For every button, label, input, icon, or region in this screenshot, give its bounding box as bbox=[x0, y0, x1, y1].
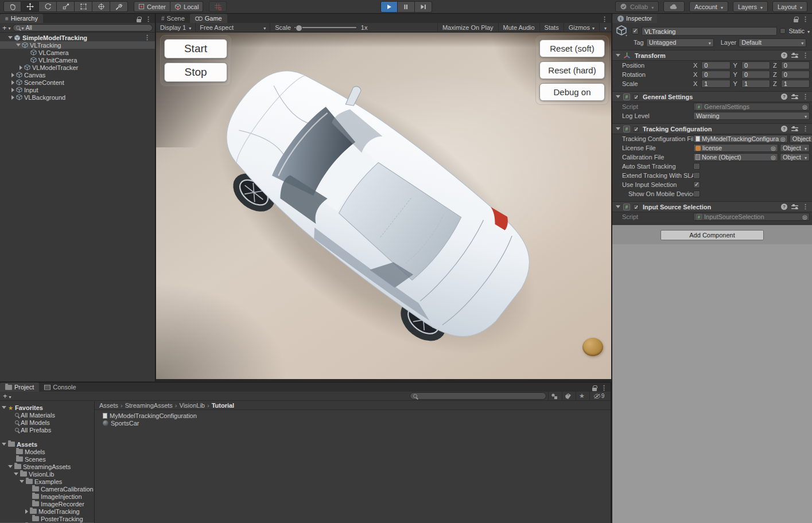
move-tool-button[interactable] bbox=[21, 1, 39, 12]
scale-x-field[interactable]: 1 bbox=[701, 80, 730, 88]
object-picker-icon[interactable] bbox=[771, 154, 776, 161]
rotation-y-field[interactable]: 0 bbox=[741, 71, 770, 79]
transform-tool-button[interactable] bbox=[92, 1, 110, 12]
tree-row-visionlib[interactable]: VisionLib bbox=[0, 470, 94, 478]
hierarchy-row-scenecontent[interactable]: SceneContent bbox=[0, 79, 155, 86]
position-x-field[interactable]: 0 bbox=[701, 61, 730, 69]
breadcrumb-tutorial[interactable]: Tutorial bbox=[212, 402, 235, 409]
pause-button[interactable] bbox=[398, 1, 415, 13]
lock-icon[interactable] bbox=[137, 19, 141, 22]
object-picker-icon[interactable] bbox=[780, 135, 786, 142]
foldout-open-icon[interactable] bbox=[2, 443, 6, 446]
gizmos-dropdown[interactable]: Gizmos bbox=[564, 23, 599, 32]
inspector-menu-icon[interactable] bbox=[802, 15, 809, 23]
favorite-all-materials[interactable]: All Materials bbox=[0, 411, 94, 419]
rect-tool-button[interactable] bbox=[75, 1, 92, 12]
hierarchy-row-canvas[interactable]: Canvas bbox=[0, 71, 155, 79]
foldout-open-icon[interactable] bbox=[616, 127, 620, 130]
tree-row-modeltracking[interactable]: ModelTracking bbox=[0, 508, 94, 515]
create-caret-icon[interactable] bbox=[9, 24, 11, 31]
foldout-open-icon[interactable] bbox=[616, 95, 620, 98]
favorites-filter-button[interactable] bbox=[576, 392, 588, 400]
tab-project[interactable]: Project bbox=[0, 383, 39, 392]
tag-dropdown[interactable]: Untagged bbox=[646, 38, 714, 47]
scale-z-field[interactable]: 1 bbox=[781, 80, 810, 88]
active-checkbox[interactable] bbox=[632, 28, 639, 34]
favorites-row[interactable]: Favorites bbox=[0, 404, 94, 411]
component-enabled-checkbox[interactable] bbox=[633, 126, 639, 132]
rotate-tool-button[interactable] bbox=[39, 1, 57, 12]
foldout-open-icon[interactable] bbox=[8, 36, 13, 39]
tree-row-models[interactable]: Models bbox=[0, 448, 94, 455]
stats-button[interactable]: Stats bbox=[539, 23, 564, 32]
grid-snapping-button[interactable] bbox=[209, 1, 227, 12]
tree-row-postertracking[interactable]: PosterTracking bbox=[0, 515, 94, 522]
tree-row-imagerecorder[interactable]: ImageRecorder bbox=[0, 500, 94, 508]
reset-soft-button[interactable]: Reset (soft) bbox=[539, 40, 605, 57]
object-picker-icon[interactable] bbox=[802, 103, 807, 110]
hierarchy-row-input[interactable]: Input bbox=[0, 86, 155, 93]
start-button[interactable]: Start bbox=[164, 39, 227, 58]
step-button[interactable] bbox=[415, 1, 432, 13]
show-on-mobile-devices-checkbox[interactable] bbox=[693, 190, 700, 197]
file-sportscar[interactable]: SportsCar bbox=[95, 419, 611, 427]
add-component-button[interactable]: Add Component bbox=[661, 230, 764, 240]
aspect-dropdown[interactable]: Free Aspect bbox=[196, 23, 270, 32]
lock-icon[interactable] bbox=[592, 388, 597, 391]
tree-row-imageinjection[interactable]: ImageInjection bbox=[0, 493, 94, 500]
tree-row-cameracalibration[interactable]: CameraCalibration bbox=[0, 485, 94, 493]
scale-y-field[interactable]: 1 bbox=[741, 80, 770, 88]
help-icon[interactable] bbox=[781, 204, 787, 210]
hidden-packages-button[interactable]: 9 bbox=[589, 392, 608, 400]
static-caret-icon[interactable] bbox=[807, 28, 810, 34]
breadcrumb-assets[interactable]: Assets bbox=[99, 402, 118, 409]
use-input-selection-checkbox[interactable] bbox=[693, 181, 700, 188]
tracking-configuration-file-field[interactable]: MyModelTrackingConfigura bbox=[693, 135, 788, 143]
foldout-open-icon[interactable] bbox=[16, 44, 21, 46]
foldout-closed-icon[interactable] bbox=[25, 509, 28, 514]
search-by-label-button[interactable] bbox=[562, 392, 574, 400]
tree-row-scenes[interactable]: Scenes bbox=[0, 455, 94, 463]
gameobject-name-field[interactable]: VLTracking bbox=[642, 27, 777, 36]
component-menu-icon[interactable] bbox=[802, 125, 809, 132]
maximize-on-play-button[interactable]: Maximize On Play bbox=[437, 23, 498, 32]
hierarchy-row-vlinitcamera[interactable]: VLInitCamera bbox=[0, 56, 155, 64]
custom-tools-button[interactable] bbox=[110, 1, 128, 12]
stop-button[interactable]: Stop bbox=[164, 63, 227, 82]
tab-inspector[interactable]: i Inspector bbox=[612, 14, 657, 23]
file-mymodeltrackingconfiguration[interactable]: MyModelTrackingConfiguration bbox=[95, 412, 611, 419]
foldout-closed-icon[interactable] bbox=[11, 80, 14, 85]
project-create-button[interactable] bbox=[3, 392, 7, 400]
project-create-caret-icon[interactable] bbox=[9, 393, 11, 400]
account-dropdown[interactable]: Account bbox=[689, 1, 728, 12]
foldout-closed-icon[interactable] bbox=[11, 73, 14, 77]
search-by-type-button[interactable] bbox=[548, 392, 560, 400]
license-object-dropdown[interactable]: Object bbox=[780, 144, 810, 152]
tracking-configuration-object-dropdown[interactable]: Object bbox=[790, 135, 812, 143]
game-menu-icon[interactable] bbox=[601, 15, 608, 23]
rotation-x-field[interactable]: 0 bbox=[701, 71, 730, 79]
object-picker-icon[interactable] bbox=[771, 145, 776, 151]
mute-audio-button[interactable]: Mute Audio bbox=[498, 23, 539, 32]
help-icon[interactable] bbox=[781, 52, 787, 58]
foldout-open-icon[interactable] bbox=[20, 480, 24, 483]
favorite-all-models[interactable]: All Models bbox=[0, 419, 94, 426]
component-enabled-checkbox[interactable] bbox=[633, 94, 639, 100]
foldout-open-icon[interactable] bbox=[14, 473, 18, 475]
scale-slider[interactable] bbox=[294, 27, 356, 28]
tab-console[interactable]: Console bbox=[39, 383, 81, 392]
calibration-object-dropdown[interactable]: Object bbox=[780, 153, 810, 161]
tab-game[interactable]: Game bbox=[190, 14, 227, 23]
extend-tracking-slam-checkbox[interactable] bbox=[693, 172, 700, 179]
create-button[interactable] bbox=[2, 24, 7, 32]
foldout-open-icon[interactable] bbox=[616, 54, 620, 57]
log-level-dropdown[interactable]: Warning bbox=[693, 112, 810, 120]
tree-row-streamingassets[interactable]: StreamingAssets bbox=[0, 463, 94, 470]
layout-dropdown[interactable]: Layout bbox=[772, 1, 807, 12]
scale-tool-button[interactable] bbox=[57, 1, 75, 12]
object-picker-icon[interactable] bbox=[802, 213, 807, 220]
project-menu-icon[interactable] bbox=[601, 384, 607, 392]
component-menu-icon[interactable] bbox=[802, 52, 809, 59]
foldout-open-icon[interactable] bbox=[8, 465, 13, 468]
license-file-field[interactable]: license bbox=[693, 144, 778, 152]
